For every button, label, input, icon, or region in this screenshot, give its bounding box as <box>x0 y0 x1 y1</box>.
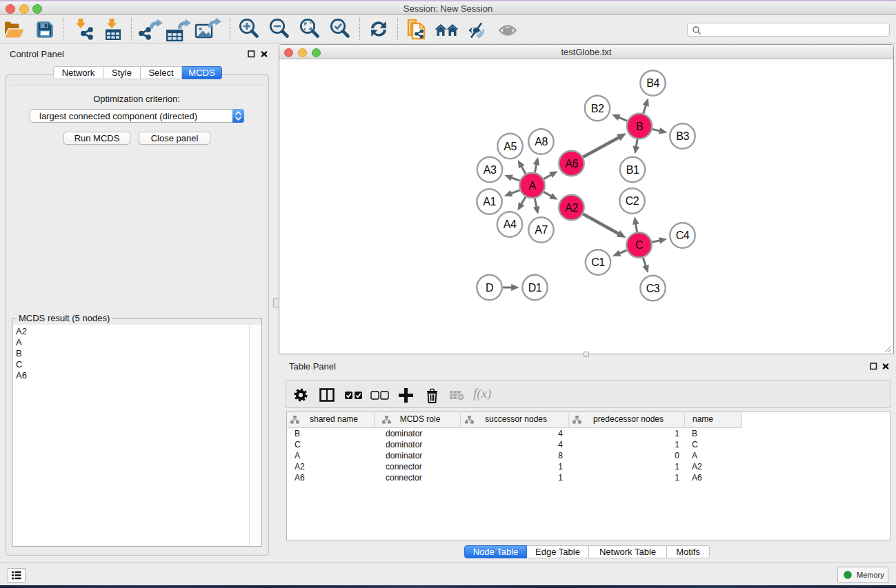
svg-text:A: A <box>528 180 536 192</box>
svg-text:Memory: Memory <box>857 571 884 579</box>
svg-text:B: B <box>636 121 643 132</box>
svg-text:C: C <box>635 239 643 251</box>
svg-text:C2: C2 <box>626 195 639 207</box>
svg-text:C3: C3 <box>646 283 660 294</box>
svg-text:C1: C1 <box>591 256 605 268</box>
svg-text:D: D <box>486 282 493 294</box>
svg-text:A3: A3 <box>484 164 497 176</box>
svg-text:B3: B3 <box>676 130 689 142</box>
svg-text:D1: D1 <box>528 282 542 294</box>
svg-text:A7: A7 <box>535 224 548 236</box>
svg-text:A2: A2 <box>565 202 578 214</box>
svg-text:A8: A8 <box>535 136 548 148</box>
svg-text:B2: B2 <box>591 103 604 114</box>
svg-text:A4: A4 <box>504 219 517 230</box>
svg-text:A6: A6 <box>565 158 578 170</box>
svg-text:A1: A1 <box>483 196 496 207</box>
svg-text:C4: C4 <box>676 230 690 241</box>
svg-text:A5: A5 <box>504 141 517 152</box>
svg-text:B4: B4 <box>646 77 659 89</box>
svg-text:B1: B1 <box>626 164 639 176</box>
